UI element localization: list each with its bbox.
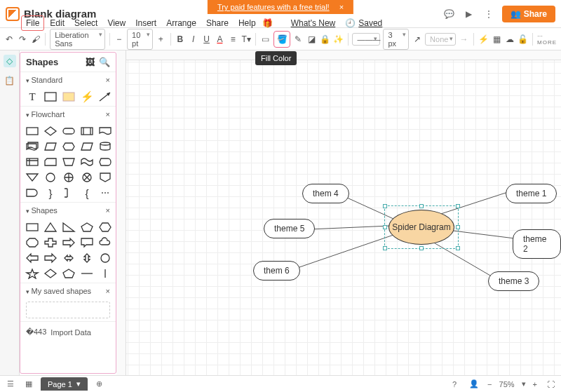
fc-db[interactable] xyxy=(97,140,113,153)
bs-hex[interactable] xyxy=(97,221,113,234)
search-icon[interactable]: 🔍 xyxy=(99,57,110,67)
node-4[interactable]: them 4 xyxy=(302,184,349,203)
rail-clipboard[interactable]: 📋 xyxy=(4,74,16,87)
bs-pent2[interactable] xyxy=(61,267,76,280)
fc-offpage[interactable] xyxy=(97,171,113,184)
border-color-button[interactable]: ✎ xyxy=(293,32,304,46)
bs-arr-r2[interactable] xyxy=(43,252,58,264)
menu-arrange[interactable]: Arrange xyxy=(162,16,201,30)
menu-view[interactable]: View xyxy=(103,16,130,30)
comment-icon[interactable]: 💬 xyxy=(443,8,456,20)
font-select[interactable]: Liberation Sans xyxy=(50,29,104,50)
undo-button[interactable]: ↶ xyxy=(4,32,15,46)
chevron-down-icon[interactable]: ▾ xyxy=(522,379,526,388)
close-icon[interactable]: × xyxy=(106,206,110,215)
section-saved[interactable]: My saved shapes xyxy=(26,287,91,295)
shape-note[interactable] xyxy=(61,90,76,103)
fc-sum[interactable] xyxy=(79,171,95,184)
present-icon[interactable]: ▶ xyxy=(463,8,475,20)
canvas[interactable]: Spider Diagram theme 1theme 2theme 3them… xyxy=(116,50,561,375)
section-flowchart[interactable]: Flowchart xyxy=(26,110,65,119)
align-button[interactable]: ≡ xyxy=(228,32,238,46)
section-shapes[interactable]: Shapes xyxy=(26,206,58,215)
lock2-button[interactable]: 🔓 xyxy=(518,32,528,46)
redo-button[interactable]: ↷ xyxy=(18,32,28,46)
fc-brace-r[interactable]: } xyxy=(43,187,58,199)
app-logo[interactable] xyxy=(6,7,20,21)
fc-tape[interactable] xyxy=(79,156,95,168)
trial-link[interactable]: Try paid features with a free trial! xyxy=(217,3,330,11)
italic-button[interactable]: I xyxy=(188,32,198,46)
bs-circle[interactable] xyxy=(97,252,113,264)
fc-predef[interactable] xyxy=(79,125,95,137)
line-style-select[interactable]: ——— xyxy=(352,33,380,46)
zoom-out[interactable]: − xyxy=(487,380,492,388)
bs-line-v[interactable] xyxy=(97,267,113,280)
arrow-start-select[interactable]: None xyxy=(425,33,456,46)
shape-rect[interactable] xyxy=(43,90,58,103)
add-page-button[interactable]: ⊕ xyxy=(93,378,106,391)
shape-arrow[interactable] xyxy=(97,90,113,103)
rail-shapes[interactable]: ◇ xyxy=(4,55,16,67)
zoom-in[interactable]: + xyxy=(533,380,537,388)
menu-help[interactable]: Help xyxy=(234,16,260,30)
person-icon[interactable]: 👤 xyxy=(468,378,480,391)
fc-decision[interactable] xyxy=(43,125,58,137)
fc-internal[interactable] xyxy=(25,156,40,168)
bs-arr-ud[interactable] xyxy=(79,252,95,264)
close-icon[interactable]: × xyxy=(106,76,110,84)
fc-connector[interactable] xyxy=(43,171,58,184)
bs-arr-lr[interactable] xyxy=(61,252,76,264)
fc-delay[interactable] xyxy=(25,187,40,199)
saved-link[interactable]: Saved xyxy=(358,18,382,28)
bs-diamond[interactable] xyxy=(43,267,58,280)
bs-cloud[interactable] xyxy=(97,236,113,249)
fc-io[interactable] xyxy=(79,140,95,153)
overflow-icon[interactable]: ⋮ xyxy=(482,8,495,20)
shape-text[interactable]: T xyxy=(25,90,40,103)
bs-minus[interactable] xyxy=(79,267,95,280)
node-2[interactable]: theme 2 xyxy=(513,229,561,259)
fc-card[interactable] xyxy=(43,156,58,168)
share-button[interactable]: 👥 Share xyxy=(502,6,555,22)
node-6[interactable]: them 6 xyxy=(253,261,300,281)
magic-button[interactable]: ✨ xyxy=(333,32,344,46)
line-width-select[interactable]: 3 px xyxy=(383,29,409,50)
fc-document[interactable] xyxy=(97,125,113,137)
fc-brace-l[interactable]: { xyxy=(79,187,95,199)
bs-pent[interactable] xyxy=(79,221,95,234)
line-color-button[interactable]: ↗ xyxy=(412,32,422,46)
whats-new-link[interactable]: What's New xyxy=(291,18,336,28)
grid-view-icon[interactable]: ▦ xyxy=(22,378,35,391)
bs-arrow-r[interactable] xyxy=(61,236,76,249)
bs-star[interactable] xyxy=(25,267,40,280)
bs-rect[interactable] xyxy=(25,221,40,234)
bs-callout[interactable] xyxy=(79,236,95,249)
image-icon[interactable]: 🖼 xyxy=(86,57,95,67)
shadow-button[interactable]: ◪ xyxy=(306,32,317,46)
fc-merge[interactable] xyxy=(25,171,40,184)
node-1[interactable]: theme 1 xyxy=(506,184,557,203)
fc-terminator[interactable] xyxy=(61,125,76,137)
underline-button[interactable]: U xyxy=(201,32,212,46)
node-3[interactable]: theme 3 xyxy=(488,271,539,291)
menu-file[interactable]: File xyxy=(21,15,44,31)
fill-color-button[interactable]: 🪣 xyxy=(275,32,289,46)
bold-button[interactable]: B xyxy=(175,32,186,46)
fc-or[interactable] xyxy=(61,171,76,184)
zoom-level[interactable]: 75% xyxy=(499,380,515,388)
shape-bolt[interactable]: ⚡ xyxy=(79,90,95,103)
shape-style-button[interactable]: ▭ xyxy=(260,32,271,46)
arrow-end-button[interactable]: → xyxy=(459,32,469,46)
bs-arr-l[interactable] xyxy=(25,252,40,264)
help-icon[interactable]: ? xyxy=(448,378,461,391)
paint-format-button[interactable]: 🖌 xyxy=(31,32,41,46)
saved-dropzone[interactable] xyxy=(26,302,110,318)
flash-button[interactable]: ⚡ xyxy=(478,32,489,46)
more-button[interactable]: ⋯MORE xyxy=(537,33,557,46)
fullscreen-icon[interactable]: ⛶ xyxy=(544,378,557,391)
fc-dots[interactable]: ⋯ xyxy=(97,187,113,199)
fc-process[interactable] xyxy=(25,125,40,137)
layers-button[interactable]: ▦ xyxy=(492,32,502,46)
import-data-button[interactable]: �443 Import Data xyxy=(20,321,116,342)
